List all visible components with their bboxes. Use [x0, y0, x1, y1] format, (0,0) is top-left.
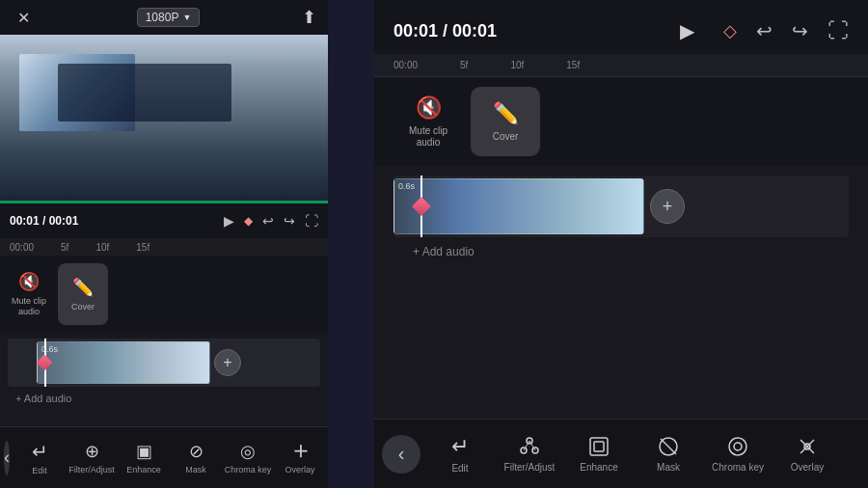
- right-mute-label: Mute clipaudio: [409, 125, 448, 149]
- left-add-audio-button[interactable]: + Add audio: [8, 387, 320, 410]
- left-enhance-button[interactable]: ▣ Enhance: [118, 431, 170, 485]
- left-timeline-controls: 00:01 / 00:01 ▶ ◆ ↩ ↪ ⛶: [0, 203, 328, 238]
- left-chroma-button[interactable]: ◎ Chroma key: [222, 431, 274, 485]
- right-filter-button[interactable]: Filter/Adjust: [496, 423, 563, 485]
- right-ctrl-buttons: ▶ ◇ ↩ ↪ ⛶: [669, 14, 849, 48]
- right-thumb-image: [394, 179, 643, 233]
- right-ruler-mark-3: 15f: [566, 60, 580, 70]
- ruler-mark-3: 15f: [136, 242, 149, 253]
- right-back-arrow-icon: ‹: [398, 443, 405, 465]
- right-mute-clip-button[interactable]: 🔇 Mute clipaudio: [393, 87, 463, 156]
- right-overlay-icon: [796, 435, 819, 458]
- panel-gap: [328, 0, 374, 488]
- right-undo-button[interactable]: ↩: [756, 19, 773, 42]
- edit-icon: ↵: [32, 440, 48, 463]
- filter-icon: ⊕: [85, 441, 99, 462]
- left-mask-button[interactable]: ⊘ Mask: [170, 431, 222, 485]
- left-fullscreen-button[interactable]: ⛶: [305, 213, 318, 229]
- right-mute-icon: 🔇: [416, 95, 442, 121]
- mute-icon: 🔇: [18, 271, 40, 292]
- ruler-mark-2: 10f: [95, 242, 109, 253]
- left-diamond-button[interactable]: ◆: [244, 214, 253, 228]
- left-edit-button[interactable]: ↵ Edit: [14, 431, 66, 485]
- chroma-icon: ◎: [240, 441, 256, 462]
- left-filter-button[interactable]: ⊕ Filter/Adjust: [66, 431, 118, 485]
- right-filter-icon: [518, 435, 541, 458]
- right-edit-button[interactable]: ↵ Edit: [426, 423, 494, 485]
- left-track-thumbnail[interactable]: [37, 341, 210, 384]
- left-time-display: 00:01 / 00:01: [10, 214, 78, 228]
- ruler-mark-0: 00:00: [10, 242, 34, 253]
- cover-label: Cover: [71, 302, 95, 312]
- left-ruler: 00:00 5f 10f 15f: [0, 238, 328, 256]
- left-ctrl-buttons: ▶ ◆ ↩ ↪ ⛶: [224, 213, 318, 229]
- left-play-button[interactable]: ▶: [224, 213, 234, 229]
- left-panel: ✕ 1080P ▼ ⬆ 00:01 / 00:01 ▶ ◆ ↩ ↪ ⛶ 00:0…: [0, 0, 328, 488]
- video-progress-bar: [0, 201, 328, 203]
- right-cover-button[interactable]: ✏️ Cover: [471, 87, 540, 156]
- right-play-button[interactable]: ▶: [669, 14, 704, 48]
- right-redo-button[interactable]: ↪: [792, 19, 808, 42]
- left-header: ✕ 1080P ▼ ⬆: [0, 0, 328, 35]
- right-overlay-button[interactable]: Overlay: [773, 423, 841, 485]
- right-chroma-button[interactable]: Chroma key: [704, 423, 772, 485]
- right-add-audio-button[interactable]: + Add audio: [393, 237, 849, 266]
- left-thumb-image: [38, 342, 209, 383]
- right-back-button[interactable]: ‹: [382, 435, 420, 474]
- svg-point-10: [734, 443, 742, 450]
- left-bottom-toolbar: ‹ ↵ Edit ⊕ Filter/Adjust ▣ Enhance ⊘ Mas…: [0, 426, 328, 488]
- left-tool-row: 🔇 Mute clipaudio ✏️ Cover: [0, 256, 328, 333]
- right-ruler-mark-0: 00:00: [393, 60, 418, 70]
- right-enhance-button[interactable]: Enhance: [565, 423, 633, 485]
- left-track-line: +: [8, 339, 320, 387]
- right-header: 00:01 / 00:01 ▶ ◇ ↩ ↪ ⛶: [374, 0, 868, 54]
- mute-label: Mute clipaudio: [12, 296, 46, 317]
- right-track-thumbnail[interactable]: [393, 178, 644, 234]
- right-fullscreen-button[interactable]: ⛶: [827, 18, 849, 43]
- left-redo-button[interactable]: ↪: [284, 213, 295, 229]
- right-track-row: +: [393, 176, 849, 237]
- back-arrow-icon: ‹: [4, 447, 10, 468]
- right-ruler-mark-2: 10f: [510, 60, 524, 70]
- overlay-icon: ✕: [287, 439, 312, 464]
- left-add-track-button[interactable]: +: [214, 349, 241, 376]
- right-tool-row: 🔇 Mute clipaudio ✏️ Cover: [374, 77, 868, 166]
- right-time-display: 00:01 / 00:01: [393, 21, 654, 41]
- right-cover-label: Cover: [493, 131, 519, 143]
- svg-line-8: [661, 439, 676, 454]
- right-panel: 00:01 / 00:01 ▶ ◇ ↩ ↪ ⛶ 00:00 5f 10f 15f…: [374, 0, 868, 488]
- left-mute-clip-button[interactable]: 🔇 Mute clipaudio: [4, 263, 54, 325]
- right-edit-icon: ↵: [451, 434, 469, 459]
- left-undo-button[interactable]: ↩: [262, 213, 274, 229]
- svg-rect-6: [594, 442, 604, 451]
- left-back-button[interactable]: ‹: [4, 441, 10, 475]
- mask-icon: ⊘: [189, 441, 203, 462]
- left-overlay-button[interactable]: ✕ Overlay: [274, 431, 326, 485]
- right-enhance-icon: [587, 435, 610, 458]
- right-cover-icon: ✏️: [493, 101, 519, 126]
- left-cover-button[interactable]: ✏️ Cover: [58, 263, 108, 325]
- right-mask-button[interactable]: Mask: [635, 423, 702, 485]
- ruler-mark-1: 5f: [61, 242, 68, 253]
- right-bottom-toolbar: ‹ ↵ Edit Filter/Adjust Enhance: [374, 419, 868, 488]
- svg-point-9: [729, 438, 746, 455]
- right-mask-icon: [657, 435, 680, 458]
- export-button[interactable]: ⬆: [302, 7, 316, 28]
- left-mini-track: + + Add audio: [0, 333, 328, 426]
- right-track: + + Add audio: [374, 166, 868, 419]
- resolution-selector[interactable]: 1080P ▼: [137, 8, 201, 27]
- right-add-track-button[interactable]: +: [650, 189, 685, 224]
- right-ruler-mark-1: 5f: [460, 60, 468, 70]
- cover-icon: ✏️: [72, 277, 94, 298]
- right-chroma-icon: [726, 435, 749, 458]
- enhance-icon: ▣: [136, 441, 152, 462]
- close-button[interactable]: ✕: [12, 6, 35, 29]
- svg-rect-5: [590, 438, 608, 455]
- right-diamond-button[interactable]: ◇: [723, 20, 737, 41]
- video-preview: [0, 35, 328, 203]
- right-ruler: 00:00 5f 10f 15f: [374, 54, 868, 77]
